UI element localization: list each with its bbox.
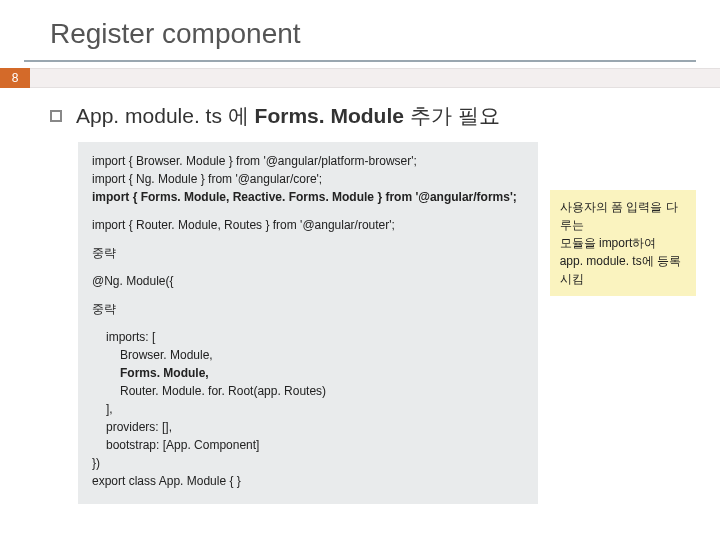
code-and-note: import { Browser. Module } from '@angula…: [78, 142, 696, 504]
code-line: }): [92, 454, 524, 472]
code-line: Browser. Module,: [92, 346, 524, 364]
page-bar-fill: [30, 68, 720, 88]
code-line: providers: [],: [92, 418, 524, 436]
code-line: 중략: [92, 244, 524, 262]
code-line: Router. Module. for. Root(app. Routes): [92, 382, 524, 400]
page-number: 8: [0, 68, 30, 88]
code-line: imports: [: [92, 328, 524, 346]
subtitle: App. module. ts 에 Forms. Module 추가 필요: [76, 102, 500, 130]
page-title: Register component: [0, 0, 720, 60]
slide: Register component 8 App. module. ts 에 F…: [0, 0, 720, 540]
code-block: import { Browser. Module } from '@angula…: [78, 142, 538, 504]
code-line: export class App. Module { }: [92, 472, 524, 490]
code-line: 중략: [92, 300, 524, 318]
note-line: 모듈을 import하여: [560, 234, 686, 252]
code-line-bold: import { Forms. Module, Reactive. Forms.…: [92, 188, 524, 206]
code-line: import { Browser. Module } from '@angula…: [92, 152, 524, 170]
subtitle-suffix: 추가 필요: [404, 104, 500, 127]
body: App. module. ts 에 Forms. Module 추가 필요 im…: [0, 88, 720, 504]
code-line: ],: [92, 400, 524, 418]
bullet-row: App. module. ts 에 Forms. Module 추가 필요: [50, 102, 696, 130]
note-line: 사용자의 폼 입력을 다루는: [560, 198, 686, 234]
code-line: bootstrap: [App. Component]: [92, 436, 524, 454]
note-line: app. module. ts에 등록시킴: [560, 252, 686, 288]
code-line: import { Router. Module, Routes } from '…: [92, 216, 524, 234]
code-line: @Ng. Module({: [92, 272, 524, 290]
subtitle-bold: Forms. Module: [255, 104, 404, 127]
note-callout: 사용자의 폼 입력을 다루는 모듈을 import하여 app. module.…: [550, 190, 696, 296]
bullet-square-icon: [50, 110, 62, 122]
page-bar: 8: [0, 68, 720, 88]
title-underline: [24, 60, 696, 62]
subtitle-prefix: App. module. ts 에: [76, 104, 255, 127]
code-line: import { Ng. Module } from '@angular/cor…: [92, 170, 524, 188]
code-line-bold: Forms. Module,: [92, 364, 524, 382]
